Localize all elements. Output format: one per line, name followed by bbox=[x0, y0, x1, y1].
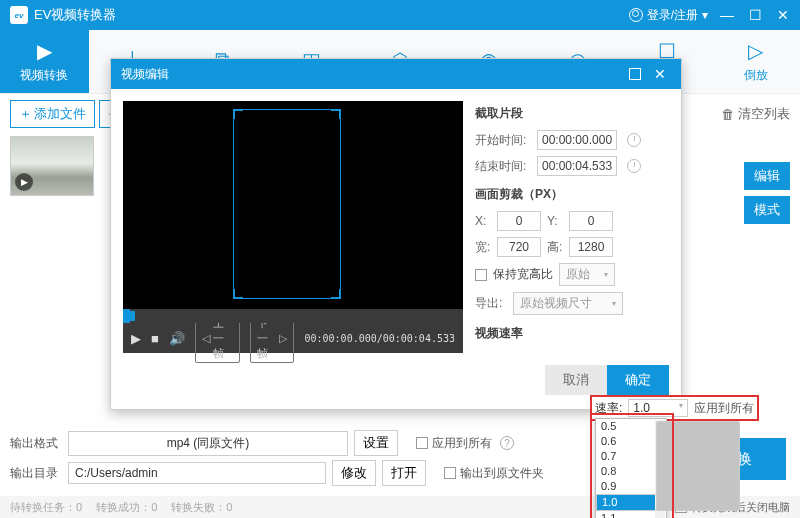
format-select[interactable]: mp4 (同原文件) bbox=[68, 431, 348, 456]
player-controls: ▶ ■ 🔊 ◁上一帧 下一帧▷ 00:00:00.000/00:00:04.53… bbox=[123, 323, 463, 353]
tab-reverse[interactable]: ▷倒放 bbox=[711, 30, 800, 93]
add-file-button[interactable]: ＋添加文件 bbox=[10, 100, 95, 128]
output-src-checkbox[interactable] bbox=[444, 467, 456, 479]
x-input[interactable]: 0 bbox=[497, 211, 541, 231]
dir-input[interactable]: C:/Users/admin bbox=[68, 462, 326, 484]
h-input[interactable]: 1280 bbox=[569, 237, 613, 257]
start-time-label: 开始时间: bbox=[475, 132, 531, 149]
trash-icon: 🗑 bbox=[721, 107, 734, 122]
minimize-button[interactable]: — bbox=[720, 8, 734, 22]
tab-video-convert[interactable]: ▶ 视频转换 bbox=[0, 30, 89, 93]
dropdown-scrollbar[interactable] bbox=[655, 420, 665, 518]
preview-pane: ▶ ■ 🔊 ◁上一帧 下一帧▷ 00:00:00.000/00:00:04.53… bbox=[123, 101, 463, 353]
end-time-input[interactable]: 00:00:04.533 bbox=[537, 156, 617, 176]
mode-button[interactable]: 模式 bbox=[744, 196, 790, 224]
video-preview[interactable] bbox=[123, 101, 463, 309]
help-icon[interactable]: ? bbox=[500, 436, 514, 450]
play-button[interactable]: ▶ bbox=[131, 331, 141, 346]
apply-all-checkbox[interactable] bbox=[416, 437, 428, 449]
ratio-select[interactable]: 原始▾ bbox=[559, 263, 615, 286]
volume-button[interactable]: 🔊 bbox=[169, 331, 185, 346]
prev-icon: ◁ bbox=[202, 332, 210, 345]
login-link[interactable]: 登录/注册 ▾ bbox=[629, 7, 708, 24]
modal-close-button[interactable]: ✕ bbox=[649, 65, 671, 83]
app-logo: ev bbox=[10, 6, 28, 24]
close-button[interactable]: ✕ bbox=[776, 8, 790, 22]
clock-icon[interactable] bbox=[627, 159, 641, 173]
file-thumbnail[interactable]: ▶ bbox=[10, 136, 94, 196]
x-label: X: bbox=[475, 214, 491, 228]
speed-section-title: 视频速率 bbox=[475, 325, 669, 342]
plus-icon: ＋ bbox=[19, 105, 32, 123]
apply-all-link[interactable]: 应用到所有 bbox=[694, 400, 754, 417]
cancel-button[interactable]: 取消 bbox=[545, 365, 607, 395]
crop-handle-br[interactable] bbox=[331, 289, 341, 299]
apply-all-label: 应用到所有 bbox=[432, 435, 492, 452]
dropdown-icon: ▾ bbox=[702, 8, 708, 22]
reverse-icon: ▷ bbox=[744, 39, 768, 63]
format-label: 输出格式 bbox=[10, 435, 62, 452]
next-icon: ▷ bbox=[279, 332, 287, 345]
progress-knob[interactable] bbox=[125, 311, 135, 321]
crop-handle-tl[interactable] bbox=[233, 109, 243, 119]
titlebar: ev EV视频转换器 登录/注册 ▾ — ☐ ✕ bbox=[0, 0, 800, 30]
modal-title: 视频编辑 bbox=[121, 66, 629, 83]
y-label: Y: bbox=[547, 214, 563, 228]
speed-select[interactable]: 1.0▾ bbox=[628, 399, 688, 417]
crop-handle-tr[interactable] bbox=[331, 109, 341, 119]
caret-icon: ▾ bbox=[679, 401, 683, 415]
h-label: 高: bbox=[547, 239, 563, 256]
login-label: 登录/注册 bbox=[647, 7, 698, 24]
settings-panel: 截取片段 开始时间: 00:00:00.000 结束时间: 00:00:04.5… bbox=[475, 101, 669, 353]
open-button[interactable]: 打开 bbox=[382, 460, 426, 486]
scrollbar-thumb[interactable] bbox=[656, 421, 740, 511]
convert-icon: ▶ bbox=[32, 39, 56, 63]
w-input[interactable]: 720 bbox=[497, 237, 541, 257]
play-icon: ▶ bbox=[15, 173, 33, 191]
ok-button[interactable]: 确定 bbox=[607, 365, 669, 395]
speed-dropdown[interactable]: 0.50.60.70.80.91.01.11.21.31.4 bbox=[595, 418, 667, 518]
export-select[interactable]: 原始视频尺寸▾ bbox=[513, 292, 623, 315]
status-ok: 转换成功：0 bbox=[96, 500, 157, 515]
end-time-label: 结束时间: bbox=[475, 158, 531, 175]
status-fail: 转换失败：0 bbox=[171, 500, 232, 515]
edit-button[interactable]: 编辑 bbox=[744, 162, 790, 190]
stop-button[interactable]: ■ bbox=[151, 331, 159, 346]
crop-section-title: 画面剪裁（PX） bbox=[475, 186, 669, 203]
output-src-label: 输出到原文件夹 bbox=[460, 465, 544, 482]
modify-button[interactable]: 修改 bbox=[332, 460, 376, 486]
modal-maximize-button[interactable] bbox=[629, 68, 641, 80]
time-display: 00:00:00.000/00:00:04.533 bbox=[304, 333, 455, 344]
keep-ratio-label: 保持宽高比 bbox=[493, 266, 553, 283]
tab-label: 视频转换 bbox=[20, 67, 68, 84]
clock-icon[interactable] bbox=[627, 133, 641, 147]
status-pending: 待转换任务：0 bbox=[10, 500, 82, 515]
crop-box[interactable] bbox=[233, 109, 341, 299]
crop-handle-bl[interactable] bbox=[233, 289, 243, 299]
clear-list-button[interactable]: 🗑清空列表 bbox=[721, 105, 790, 123]
clip-section-title: 截取片段 bbox=[475, 105, 669, 122]
export-label: 导出: bbox=[475, 295, 507, 312]
dir-label: 输出目录 bbox=[10, 465, 62, 482]
progress-bar[interactable] bbox=[123, 309, 463, 323]
caret-icon: ▾ bbox=[604, 270, 608, 279]
settings-button[interactable]: 设置 bbox=[354, 430, 398, 456]
w-label: 宽: bbox=[475, 239, 491, 256]
app-title: EV视频转换器 bbox=[34, 6, 116, 24]
maximize-button[interactable]: ☐ bbox=[748, 8, 762, 22]
start-time-input[interactable]: 00:00:00.000 bbox=[537, 130, 617, 150]
y-input[interactable]: 0 bbox=[569, 211, 613, 231]
video-edit-modal: 视频编辑 ✕ ▶ ■ 🔊 ◁上一帧 下一帧▷ bbox=[110, 58, 682, 410]
user-icon bbox=[629, 8, 643, 22]
modal-titlebar: 视频编辑 ✕ bbox=[111, 59, 681, 89]
speed-label: 速率: bbox=[595, 400, 622, 417]
caret-icon: ▾ bbox=[612, 299, 616, 308]
keep-ratio-checkbox[interactable] bbox=[475, 269, 487, 281]
